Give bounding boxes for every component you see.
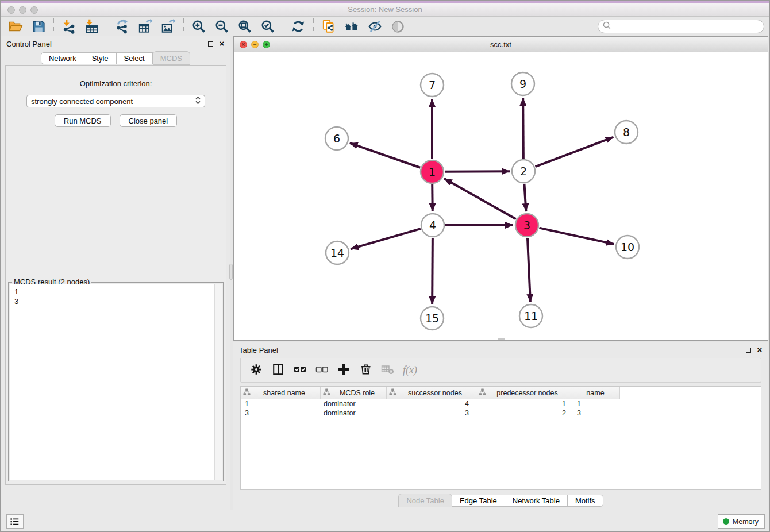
export-table-button[interactable] bbox=[134, 18, 157, 35]
tab-mcds[interactable]: MCDS bbox=[153, 51, 190, 65]
mcds-result-textarea[interactable]: 13 bbox=[10, 284, 222, 480]
network-window-titlebar[interactable]: × – + scc.txt bbox=[234, 37, 768, 52]
graph-node-8[interactable]: 8 bbox=[615, 121, 638, 144]
column-header-predecessor-nodes[interactable]: predecessor nodes bbox=[476, 387, 571, 399]
table-body: 1dominator4113dominator323 bbox=[241, 399, 761, 418]
cyndex-browser-button[interactable] bbox=[340, 18, 363, 35]
show-columns-button[interactable] bbox=[291, 362, 309, 379]
control-panel-title: Control Panel bbox=[6, 40, 52, 48]
search-input[interactable] bbox=[614, 21, 764, 32]
table-mode-button[interactable] bbox=[248, 362, 265, 379]
table-toolbar: f(x) bbox=[240, 358, 761, 383]
table-cell[interactable]: dominator bbox=[321, 399, 387, 408]
close-panel-button[interactable]: Close panel bbox=[120, 114, 178, 127]
zoom-out-button[interactable] bbox=[210, 18, 233, 35]
tab-node-table[interactable]: Node Table bbox=[398, 494, 452, 507]
graph-node-1[interactable]: 1 bbox=[421, 160, 444, 183]
float-panel-icon[interactable] bbox=[206, 40, 214, 48]
hide-columns-button[interactable] bbox=[313, 362, 330, 379]
table-row[interactable]: 1dominator411 bbox=[241, 399, 761, 408]
export-network-button[interactable] bbox=[111, 18, 134, 35]
table-cell[interactable]: 2 bbox=[476, 408, 571, 418]
criterion-select[interactable]: strongly connected component bbox=[26, 95, 205, 107]
table-cell[interactable]: 3 bbox=[571, 408, 620, 418]
import-table-button[interactable] bbox=[80, 18, 103, 35]
table-cell[interactable]: 1 bbox=[571, 399, 620, 408]
graph-node-6[interactable]: 6 bbox=[325, 127, 348, 150]
delete-column-button[interactable] bbox=[357, 362, 374, 379]
graph-edge-2-8[interactable] bbox=[536, 137, 614, 167]
column-header-name[interactable]: name bbox=[571, 387, 620, 399]
open-session-button[interactable] bbox=[4, 18, 27, 35]
hide-graphics-details-button[interactable] bbox=[363, 18, 386, 35]
tab-network[interactable]: Network bbox=[41, 52, 84, 64]
import-network-button[interactable] bbox=[57, 18, 80, 35]
apply-layout-button[interactable] bbox=[287, 18, 310, 35]
tab-edge-table[interactable]: Edge Table bbox=[452, 495, 505, 507]
create-column-button[interactable] bbox=[335, 362, 352, 379]
close-panel-icon[interactable]: × bbox=[218, 40, 226, 48]
zoom-selected-button[interactable] bbox=[256, 18, 279, 35]
task-history-button[interactable] bbox=[6, 514, 24, 529]
search-icon bbox=[602, 21, 611, 32]
column-header-successor-nodes[interactable]: successor nodes bbox=[387, 387, 476, 399]
criterion-select-value: strongly connected component bbox=[31, 97, 195, 106]
close-table-panel-icon[interactable]: × bbox=[756, 346, 764, 354]
table-cell[interactable]: 3 bbox=[387, 408, 476, 418]
column-header-shared-name[interactable]: shared name bbox=[241, 387, 321, 399]
column-header-mcds-role[interactable]: MCDS role bbox=[321, 387, 387, 399]
toolbar-separator bbox=[283, 18, 283, 34]
graph-node-14[interactable]: 14 bbox=[326, 241, 349, 264]
tab-network-table[interactable]: Network Table bbox=[505, 495, 568, 507]
table-cell[interactable]: dominator bbox=[321, 408, 387, 418]
graph-edge-1-4[interactable] bbox=[432, 184, 433, 211]
graph-node-11[interactable]: 11 bbox=[519, 304, 542, 327]
graph-edge-4-14[interactable] bbox=[351, 229, 421, 249]
table-cell[interactable]: 4 bbox=[387, 399, 476, 408]
export-image-button[interactable] bbox=[157, 18, 180, 35]
frame-resize-handle[interactable] bbox=[498, 338, 505, 340]
graph-edge-3-10[interactable] bbox=[539, 228, 614, 244]
graph-node-9[interactable]: 9 bbox=[511, 72, 534, 95]
search-field[interactable] bbox=[598, 20, 764, 33]
graph-node-3[interactable]: 3 bbox=[515, 214, 538, 237]
graph-edge-1-2[interactable] bbox=[445, 171, 510, 172]
zoom-fit-button[interactable] bbox=[233, 18, 256, 35]
graph-edge-3-11[interactable] bbox=[528, 238, 530, 302]
graph-edge-4-15[interactable] bbox=[432, 238, 433, 304]
graph-edge-2-9[interactable] bbox=[523, 98, 523, 159]
table-cell[interactable]: 1 bbox=[476, 399, 571, 408]
table-cell[interactable]: 3 bbox=[241, 408, 321, 418]
tab-style[interactable]: Style bbox=[84, 52, 117, 64]
result-scrollbar[interactable] bbox=[214, 284, 222, 480]
uncheck-pair-icon bbox=[315, 363, 329, 379]
graph-node-7[interactable]: 7 bbox=[421, 74, 444, 97]
graph-edge-2-3[interactable] bbox=[524, 184, 526, 211]
copy-network-icon bbox=[321, 19, 336, 34]
toggle-panel-button[interactable] bbox=[270, 362, 287, 379]
graph-node-2[interactable]: 2 bbox=[512, 160, 535, 183]
svg-text:10: 10 bbox=[621, 241, 634, 253]
tab-motifs[interactable]: Motifs bbox=[568, 495, 603, 507]
save-icon bbox=[32, 20, 46, 34]
graph-node-15[interactable]: 15 bbox=[421, 307, 444, 330]
zoom-in-button[interactable] bbox=[187, 18, 210, 35]
svg-text:4: 4 bbox=[429, 219, 436, 232]
graph-edge-1-6[interactable] bbox=[350, 143, 421, 168]
float-table-panel-icon[interactable] bbox=[744, 346, 752, 354]
panel-splitter-handle[interactable] bbox=[229, 264, 233, 280]
new-network-from-selection-button[interactable] bbox=[317, 18, 340, 35]
graph-node-4[interactable]: 4 bbox=[421, 214, 444, 237]
table-row[interactable]: 3dominator323 bbox=[241, 408, 761, 418]
export-table-icon bbox=[138, 19, 153, 34]
table-cell[interactable]: 1 bbox=[241, 399, 321, 408]
graph-node-10[interactable]: 10 bbox=[616, 236, 639, 259]
memory-button[interactable]: Memory bbox=[718, 514, 765, 529]
show-graphics-details-button[interactable] bbox=[386, 18, 409, 35]
tab-select[interactable]: Select bbox=[117, 52, 153, 64]
control-panel: Control Panel × NetworkStyleSelectMCDS O… bbox=[1, 36, 230, 511]
save-session-button[interactable] bbox=[27, 18, 50, 35]
network-canvas[interactable]: 7968124314101511 bbox=[234, 53, 768, 340]
run-mcds-button[interactable]: Run MCDS bbox=[55, 114, 111, 127]
graph-edge-3-1[interactable] bbox=[444, 179, 516, 219]
